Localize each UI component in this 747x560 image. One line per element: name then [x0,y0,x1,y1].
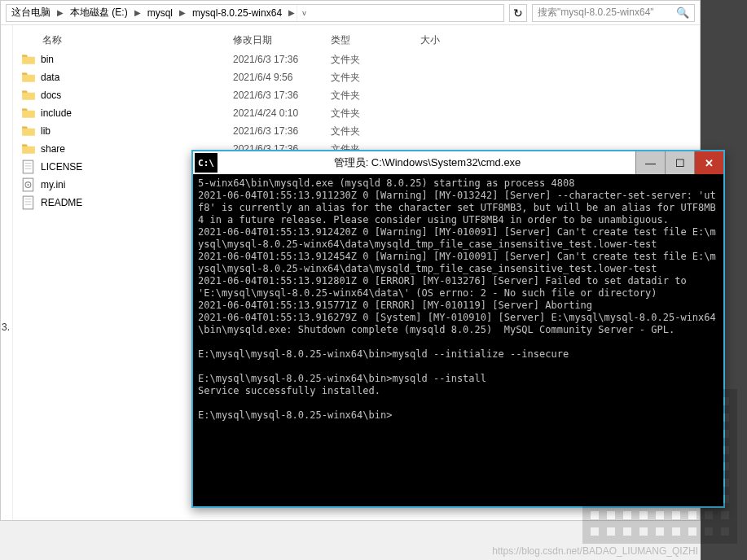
list-item[interactable]: bin2021/6/3 17:36文件夹 [13,50,700,68]
search-placeholder: 搜索"mysql-8.0.25-winx64" [538,6,654,20]
crumb-drive-e[interactable]: 本地磁盘 (E:) [65,5,133,21]
folder-icon [21,142,36,155]
list-item[interactable]: include2021/4/24 0:10文件夹 [13,104,700,122]
file-type: 文件夹 [331,107,420,120]
file-icon [21,196,36,209]
refresh-button[interactable]: ↻ [509,4,527,22]
cmd-title: 管理员: C:\Windows\System32\cmd.exe [219,155,635,170]
file-date: 2021/6/4 9:56 [233,72,331,83]
file-type: 文件夹 [331,53,420,67]
cmd-window: C:\ 管理员: C:\Windows\System32\cmd.exe — ☐… [191,150,725,508]
file-type: 文件夹 [331,71,420,85]
minimize-button[interactable]: — [635,151,665,174]
chevron-right-icon[interactable]: ▶ [55,8,65,17]
col-header-size[interactable]: 大小 [420,33,477,47]
file-date: 2021/6/3 17:36 [233,125,331,137]
chevron-right-icon[interactable]: ▶ [133,8,143,17]
file-icon [21,160,36,173]
chevron-right-icon[interactable]: ▶ [178,8,187,17]
col-header-name[interactable]: 名称 [21,33,233,47]
article-step-marker: 3. [0,322,10,333]
svg-rect-7 [23,196,33,209]
watermark-text: https://blog.csdn.net/BADAO_LIUMANG_QIZH… [492,545,698,557]
file-date: 2021/4/24 0:10 [233,107,331,119]
svg-rect-0 [23,160,33,173]
file-name: data [41,72,233,83]
cmd-icon: C:\ [195,153,218,173]
file-date: 2021/6/3 17:36 [233,90,331,101]
list-item[interactable]: docs2021/6/3 17:36文件夹 [13,86,700,104]
column-headers[interactable]: 名称 修改日期 类型 大小 [13,30,700,50]
cmd-titlebar[interactable]: C:\ 管理员: C:\Windows\System32\cmd.exe — ☐… [193,151,723,174]
chevron-right-icon[interactable]: ▶ [287,8,297,17]
col-header-date[interactable]: 修改日期 [233,33,331,47]
folder-icon [21,107,36,120]
file-type: 文件夹 [331,89,420,103]
folder-icon [21,71,36,84]
crumb-this-pc[interactable]: 这台电脑 [7,5,55,21]
svg-point-6 [27,184,29,186]
maximize-button[interactable]: ☐ [665,151,694,174]
crumb-mysql-version[interactable]: mysql-8.0.25-winx64 [187,5,287,21]
settings-file-icon [21,178,36,191]
col-header-type[interactable]: 类型 [331,33,420,47]
cmd-output[interactable]: 5-winx64\bin\mysqld.exe (mysqld 8.0.25) … [193,174,723,506]
folder-icon [21,125,36,138]
file-name: include [41,107,233,119]
file-type: 文件夹 [331,125,420,138]
nav-tree-spacer [1,25,13,520]
refresh-icon: ↻ [513,7,523,20]
file-date: 2021/6/3 17:36 [233,54,331,65]
window-buttons: — ☐ ✕ [635,151,723,174]
folder-icon [21,89,36,102]
folder-icon [21,53,36,66]
file-name: docs [41,90,233,101]
list-item[interactable]: data2021/6/4 9:56文件夹 [13,68,700,86]
address-dropdown[interactable]: v [297,5,311,21]
file-name: bin [41,54,233,65]
list-item[interactable]: lib2021/6/3 17:36文件夹 [13,122,700,140]
address-bar: 这台电脑 ▶ 本地磁盘 (E:) ▶ mysql ▶ mysql-8.0.25-… [1,1,700,25]
crumb-mysql[interactable]: mysql [143,5,178,21]
close-button[interactable]: ✕ [694,151,723,174]
file-name: lib [41,125,233,137]
search-input[interactable]: 搜索"mysql-8.0.25-winx64" 🔍 [532,4,695,22]
breadcrumb[interactable]: 这台电脑 ▶ 本地磁盘 (E:) ▶ mysql ▶ mysql-8.0.25-… [6,4,504,22]
search-icon: 🔍 [676,7,689,19]
